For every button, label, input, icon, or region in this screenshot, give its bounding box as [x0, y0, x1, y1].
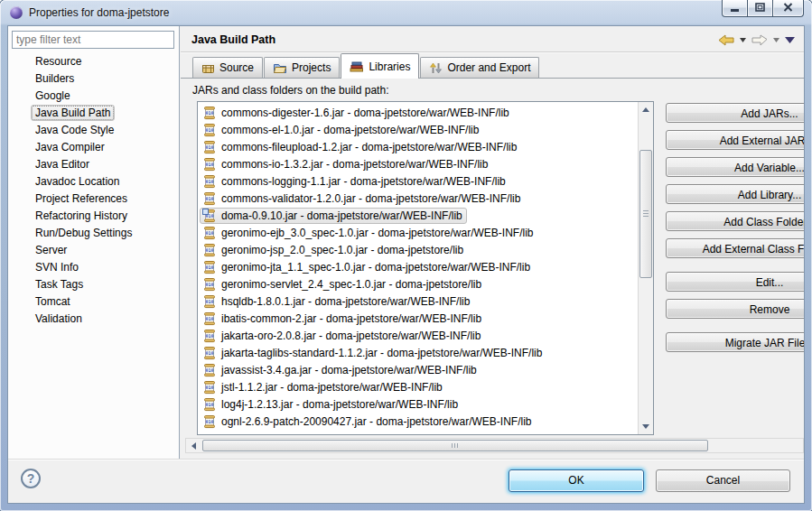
- sidebar-item-builders[interactable]: Builders: [8, 70, 178, 87]
- tab-label: Source: [219, 61, 254, 74]
- sidebar-item-java-code-style[interactable]: Java Code Style: [8, 121, 178, 138]
- jar-item: 010geronimo-jta_1.1_spec-1.0.jar - doma-…: [200, 259, 535, 275]
- sidebar-item-validation[interactable]: Validation: [8, 310, 178, 327]
- jar-icon: 010: [202, 106, 217, 120]
- sidebar-item-svn-info[interactable]: SVN Info: [8, 258, 178, 275]
- jar-list-item[interactable]: 010hsqldb-1.8.0.1.jar - doma-jpetstore/w…: [200, 293, 653, 310]
- jar-item: 010commons-validator-1.2.0.jar - doma-jp…: [200, 190, 525, 207]
- svg-text:010: 010: [205, 179, 213, 184]
- back-dropdown-caret-icon[interactable]: [740, 38, 746, 42]
- jar-list-item[interactable]: 010geronimo-jta_1.1_spec-1.0.jar - doma-…: [200, 258, 653, 275]
- jar-list-item[interactable]: 010commons-io-1.3.2.jar - doma-jpetstore…: [200, 155, 653, 172]
- add-class-folder-button[interactable]: Add Class Folder...: [666, 211, 805, 231]
- forward-dropdown-caret-icon[interactable]: [773, 38, 779, 42]
- jar-list-item[interactable]: 010javassist-3.4.ga.jar - doma-jpetstore…: [200, 361, 653, 378]
- maximize-button[interactable]: [747, 0, 773, 17]
- jar-list-item[interactable]: 010geronimo-ejb_3.0_spec-1.0.jar - doma-…: [200, 224, 653, 241]
- titlebar[interactable]: Properties for doma-jpetstore: [0, 0, 812, 25]
- add-jars-button[interactable]: Add JARs...: [666, 103, 805, 123]
- jar-list-item[interactable]: 010commons-validator-1.2.0.jar - doma-jp…: [200, 190, 653, 207]
- view-menu-icon[interactable]: [785, 37, 795, 43]
- tab-source[interactable]: Source: [192, 57, 263, 78]
- filter-input[interactable]: [12, 31, 174, 49]
- tab-libraries[interactable]: Libraries: [341, 53, 419, 79]
- sidebar-item-java-editor[interactable]: Java Editor: [8, 155, 178, 172]
- scroll-left-button[interactable]: [186, 439, 201, 452]
- jar-item: 010ibatis-common-2.jar - doma-jpetstore/…: [200, 311, 486, 327]
- properties-navigation-pane: ResourceBuildersGoogleJava Build PathJav…: [8, 26, 180, 460]
- jar-list[interactable]: 010commons-digester-1.6.jar - doma-jpets…: [197, 101, 654, 435]
- jar-list-item[interactable]: 010ognl-2.6.9-patch-20090427.jar - doma-…: [200, 413, 653, 430]
- jar-list-item[interactable]: 010jakarta-taglibs-standard-1.1.2.jar - …: [200, 344, 653, 361]
- sidebar-item-project-references[interactable]: Project References: [8, 190, 178, 207]
- vertical-scrollbar-thumb[interactable]: [639, 150, 652, 278]
- sidebar-item-tomcat[interactable]: Tomcat: [8, 293, 178, 310]
- build-path-tab-bar: SourceProjectsLibrariesOrder and Export: [192, 53, 540, 79]
- sidebar-item-google[interactable]: Google: [8, 87, 178, 104]
- forward-icon[interactable]: [751, 34, 768, 46]
- scroll-up-button[interactable]: [639, 102, 653, 117]
- jar-list-item[interactable]: 010jakarta-oro-2.0.8.jar - doma-jpetstor…: [200, 327, 653, 344]
- sidebar-item-run-debug-settings[interactable]: Run/Debug Settings: [8, 224, 178, 241]
- sidebar-item-task-tags[interactable]: Task Tags: [8, 275, 178, 293]
- jar-item-label: commons-validator-1.2.0.jar - doma-jpets…: [221, 192, 520, 205]
- sidebar-item-java-build-path[interactable]: Java Build Path: [8, 104, 178, 121]
- ok-button[interactable]: OK: [509, 469, 644, 492]
- migrate-jar-file-button[interactable]: Migrate JAR File...: [666, 332, 805, 352]
- jar-list-item[interactable]: 010commons-logging-1.1.jar - doma-jpetst…: [200, 172, 653, 190]
- jar-list-item[interactable]: 010commons-fileupload-1.2.jar - doma-jpe…: [200, 138, 653, 155]
- jar-list-item[interactable]: 010jstl-1.1.2.jar - doma-jpetstore/war/W…: [200, 378, 653, 395]
- close-icon: [783, 2, 793, 14]
- sidebar-item-java-compiler[interactable]: Java Compiler: [8, 138, 178, 155]
- jar-list-item[interactable]: 010geronimo-servlet_2.4_spec-1.0.jar - d…: [200, 275, 653, 293]
- svg-text:010: 010: [205, 350, 213, 356]
- action-button-group: Add JARs...Add External JARs...Add Varia…: [666, 103, 805, 258]
- jar-list-item[interactable]: 010log4j-1.2.13.jar - doma-jpetstore/war…: [200, 395, 653, 413]
- svg-text:010: 010: [205, 265, 213, 270]
- back-icon[interactable]: [718, 34, 734, 46]
- sidebar-item-server[interactable]: Server: [8, 241, 178, 258]
- jar-item-label: ognl-2.6.9-patch-20090427.jar - doma-jpe…: [221, 415, 532, 428]
- jar-item-label: geronimo-jsp_2.0_spec-1.0.jar - doma-jpe…: [221, 244, 463, 256]
- jar-list-item[interactable]: 010commons-el-1.0.jar - doma-jpetstore/w…: [200, 121, 653, 138]
- jar-icon: 010: [202, 277, 217, 292]
- add-library-button[interactable]: Add Library...: [666, 184, 805, 204]
- svg-text:010: 010: [205, 230, 213, 236]
- add-variable-button[interactable]: Add Variable...: [666, 157, 805, 177]
- jar-item-label: commons-digester-1.6.jar - doma-jpetstor…: [221, 107, 509, 119]
- vertical-scrollbar[interactable]: [638, 102, 653, 434]
- svg-text:010: 010: [205, 127, 213, 133]
- sidebar-item-javadoc-location[interactable]: Javadoc Location: [8, 172, 178, 190]
- jar-item: 010commons-digester-1.6.jar - doma-jpets…: [200, 105, 514, 121]
- close-button[interactable]: [772, 0, 804, 17]
- tab-label: Projects: [292, 61, 331, 74]
- svg-text:010: 010: [205, 110, 213, 116]
- minimize-button[interactable]: [722, 0, 748, 17]
- horizontal-scrollbar[interactable]: [185, 438, 804, 453]
- sidebar-item-refactoring-history[interactable]: Refactoring History: [8, 207, 178, 224]
- help-button[interactable]: ?: [21, 469, 41, 488]
- jar-list-item[interactable]: 010ibatis-common-2.jar - doma-jpetstore/…: [200, 310, 653, 327]
- add-external-class-folder-button[interactable]: Add External Class Folder...: [666, 238, 805, 258]
- jar-list-item[interactable]: 010commons-digester-1.6.jar - doma-jpets…: [200, 104, 653, 121]
- jar-item-label: hsqldb-1.8.0.1.jar - doma-jpetstore/war/…: [221, 295, 470, 308]
- svg-text:010: 010: [205, 402, 213, 407]
- jar-list-item[interactable]: 010geronimo-jsp_2.0_spec-1.0.jar - doma-…: [200, 241, 653, 258]
- dialog-client-area: ResourceBuildersGoogleJava Build PathJav…: [7, 25, 805, 504]
- sidebar-item-resource[interactable]: Resource: [8, 52, 178, 70]
- jar-item-selected: 010doma-0.9.10.jar - doma-jpetstore/war/…: [200, 208, 467, 224]
- sidebar-item-label: SVN Info: [31, 259, 83, 275]
- tab-projects[interactable]: Projects: [264, 57, 340, 78]
- cancel-button[interactable]: Cancel: [656, 469, 790, 492]
- sidebar-item-label: Project References: [31, 190, 132, 207]
- jar-list-item[interactable]: 010doma-0.9.10.jar - doma-jpetstore/war/…: [200, 207, 653, 224]
- tab-order-and-export[interactable]: Order and Export: [420, 57, 539, 78]
- jar-item: 010javassist-3.4.ga.jar - doma-jpetstore…: [200, 362, 481, 378]
- edit-button[interactable]: Edit...: [666, 272, 805, 292]
- remove-button[interactable]: Remove: [666, 299, 805, 319]
- horizontal-scrollbar-thumb[interactable]: [202, 440, 708, 451]
- jar-item-label: commons-el-1.0.jar - doma-jpetstore/war/…: [221, 124, 479, 136]
- svg-text:010: 010: [205, 162, 213, 167]
- add-external-jars-button[interactable]: Add External JARs...: [666, 130, 805, 150]
- scroll-down-button[interactable]: [639, 419, 653, 434]
